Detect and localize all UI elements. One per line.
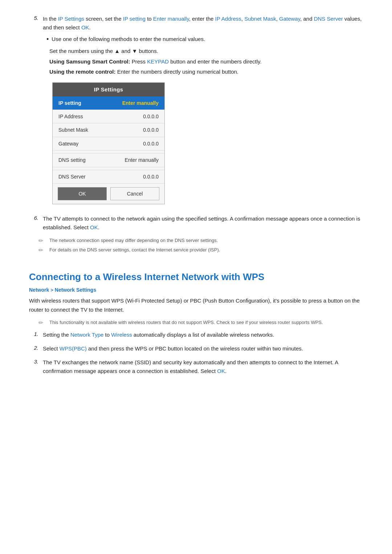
indent-line-3-rest: Enter the numbers directly using numeric… <box>117 69 238 75</box>
subnet-mask-value: 0.0.0.0 <box>143 126 159 134</box>
indent-line-3: Using the remote control: Enter the numb… <box>49 67 363 77</box>
step-5: 5. In the IP Settings screen, set the IP… <box>29 15 363 209</box>
ip-address-value: 0.0.0.0 <box>143 112 159 120</box>
indent-line-2-rest: Press <box>132 58 147 65</box>
ip-setting-label: IP setting <box>58 99 81 107</box>
section-2-note-text: This functionality is not available with… <box>49 319 363 326</box>
pencil-icon-1: ✏ <box>38 237 46 244</box>
step-6-text: The TV attempts to connect to the networ… <box>43 214 363 232</box>
section-2-intro: With wireless routers that support WPS (… <box>29 296 363 315</box>
samsung-smart-control-label: Using Samsung Smart Control: <box>49 58 130 65</box>
gateway-value: 0.0.0.0 <box>143 140 159 148</box>
enter-manually-ref: Enter manually <box>153 16 189 22</box>
step-5-content: In the IP Settings screen, set the IP se… <box>43 15 363 209</box>
ok-ref-1: OK <box>81 24 89 30</box>
dialog-row-dns-server[interactable]: DNS Server 0.0.0.0 <box>53 170 164 184</box>
dialog-row-gateway[interactable]: Gateway 0.0.0.0 <box>53 137 164 151</box>
section-2-steps: 1. Setting the Network Type to Wireless … <box>29 331 363 376</box>
ip-address-ref: IP Address <box>215 16 241 22</box>
section-2-step-1-content: Setting the Network Type to Wireless aut… <box>43 331 363 339</box>
note-row-2: ✏ For details on the DNS server settings… <box>38 246 363 254</box>
ok-ref-3: OK <box>217 368 225 374</box>
step-6-content: The TV attempts to connect to the networ… <box>43 214 363 232</box>
wps-pbc-ref: WPS(PBC) <box>60 345 87 352</box>
dns-setting-label: DNS setting <box>58 156 86 164</box>
ip-setting-ref: IP setting <box>123 16 146 22</box>
section-2-step-2: 2. Select WPS(PBC) and then press the WP… <box>29 344 363 353</box>
section-2-step-3-content: The TV exchanges the network name (SSID)… <box>43 358 363 376</box>
note-text-1: The network connection speed may differ … <box>49 237 363 244</box>
subnet-mask-label: Subnet Mask <box>58 126 88 134</box>
breadcrumb-separator: > <box>50 287 53 293</box>
gateway-ref: Gateway <box>279 16 300 22</box>
bullet-dot-1: • <box>46 35 49 44</box>
pencil-icon-2: ✏ <box>38 246 46 254</box>
section-2-step-2-text: Select WPS(PBC) and then press the WPS o… <box>43 344 363 353</box>
subnet-mask-ref: Subnet Mask <box>244 16 276 22</box>
ip-settings-dialog: IP Settings IP setting Enter manually IP… <box>52 82 165 205</box>
breadcrumb-network: Network <box>29 287 49 293</box>
dialog-row-subnet-mask[interactable]: Subnet Mask 0.0.0.0 <box>53 123 164 137</box>
section-2-step-2-num: 2. <box>29 344 38 353</box>
pencil-icon-3: ✏ <box>38 319 46 326</box>
step-5-number: 5. <box>29 15 38 209</box>
dns-server-ref: DNS Server <box>314 16 343 22</box>
cancel-button[interactable]: Cancel <box>110 187 159 200</box>
dialog-spacer-2 <box>53 167 164 170</box>
dns-setting-value: Enter manually <box>125 156 159 164</box>
section-2-step-2-content: Select WPS(PBC) and then press the WPS o… <box>43 344 363 353</box>
indent-line-1: Set the numbers using the ▲ and ▼ button… <box>49 46 363 57</box>
step-6: 6. The TV attempts to connect to the net… <box>29 214 363 232</box>
bullet-text-1: Use one of the following methods to ente… <box>52 35 363 44</box>
indent-block: Set the numbers using the ▲ and ▼ button… <box>49 46 363 77</box>
dialog-buttons: OK Cancel <box>53 184 164 204</box>
keypad-ref: KEYPAD <box>147 58 169 65</box>
wireless-ref: Wireless <box>111 332 132 338</box>
ok-ref-2: OK <box>90 224 98 230</box>
step-6-number: 6. <box>29 214 38 232</box>
indent-line-2: Using Samsung Smart Control: Press KEYPA… <box>49 57 363 67</box>
ok-button[interactable]: OK <box>58 187 107 200</box>
section-2-step-3-num: 3. <box>29 358 38 376</box>
dialog-row-dns-setting[interactable]: DNS setting Enter manually <box>53 153 164 167</box>
section-2-step-1-num: 1. <box>29 331 38 339</box>
section-2-note-row: ✏ This functionality is not available wi… <box>38 319 363 326</box>
bullet-item-1: • Use one of the following methods to en… <box>46 35 363 44</box>
ip-address-label: IP Address <box>58 112 83 120</box>
dialog-title: IP Settings <box>53 83 164 97</box>
section-2-step-3: 3. The TV exchanges the network name (SS… <box>29 358 363 376</box>
section-2-step-1-text: Setting the Network Type to Wireless aut… <box>43 331 363 339</box>
note-row-1: ✏ The network connection speed may diffe… <box>38 237 363 244</box>
breadcrumb-network-settings: Network Settings <box>55 287 96 293</box>
note-text-2: For details on the DNS server settings, … <box>49 246 363 254</box>
section-2-step-3-text: The TV exchanges the network name (SSID)… <box>43 358 363 376</box>
dialog-spacer-1 <box>53 151 164 153</box>
dns-server-value: 0.0.0.0 <box>143 173 159 181</box>
dialog-row-ip-setting[interactable]: IP setting Enter manually <box>53 97 164 110</box>
dialog-row-ip-address[interactable]: IP Address 0.0.0.0 <box>53 110 164 123</box>
dialog-wrapper: IP Settings IP setting Enter manually IP… <box>52 82 363 205</box>
dns-server-label: DNS Server <box>58 173 86 181</box>
network-type-ref: Network Type <box>70 332 103 338</box>
step-5-text: In the IP Settings screen, set the IP se… <box>43 15 363 32</box>
ip-setting-value: Enter manually <box>122 99 159 107</box>
indent-line-2-end: button and enter the numbers directly. <box>169 58 262 65</box>
section-2-heading: Connecting to a Wireless Internet Networ… <box>29 271 363 283</box>
gateway-label: Gateway <box>58 140 78 148</box>
ip-settings-ref: IP Settings <box>58 16 84 22</box>
remote-control-label: Using the remote control: <box>49 69 116 75</box>
section-2-step-1: 1. Setting the Network Type to Wireless … <box>29 331 363 339</box>
breadcrumb: Network > Network Settings <box>29 287 363 293</box>
